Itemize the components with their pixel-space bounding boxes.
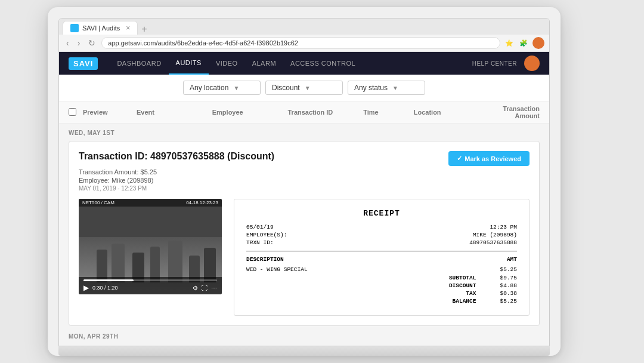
nav-dashboard[interactable]: DASHBOARD (110, 52, 168, 75)
laptop-screen: SAVI | Audits × + ‹ › ↻ ⭐ 🧩 SAVI DASHBOA… (58, 18, 550, 346)
receipt-trxn-row: TRXN ID: 48970537635888 (246, 239, 517, 246)
tab-favicon-icon (70, 24, 79, 32)
second-date-label: MON, APR 29TH (69, 333, 540, 340)
nav-right: HELP CENTER (472, 56, 540, 71)
settings-icon[interactable]: ⚙ (193, 285, 198, 291)
receipt-employee-label: EMPLOYEE(S): (246, 232, 287, 238)
receipt-container: RECEIPT 05/01/19 12:23 PM EMPLOYEE(S): M… (234, 199, 530, 316)
extensions-icon: 🧩 (518, 38, 529, 48)
col-preview: Preview (83, 109, 137, 116)
video-ctrl-left: ▶ 0:30 / 1:20 (83, 284, 118, 292)
address-input[interactable] (101, 37, 500, 49)
fullscreen-icon[interactable]: ⛶ (202, 285, 208, 291)
user-avatar[interactable] (524, 56, 540, 71)
checkmark-icon: ✓ (457, 155, 462, 162)
location-chevron-icon: ▼ (233, 85, 239, 91)
video-progress-bar[interactable] (83, 279, 217, 281)
location-filter[interactable]: Any location ▼ (183, 81, 261, 95)
col-employee: Employee (212, 109, 288, 116)
subtotal-value: $9.75 (500, 275, 517, 281)
col-time: Time (363, 109, 414, 116)
address-bar-row: ‹ › ↻ ⭐ 🧩 (59, 35, 549, 52)
receipt-balance-row: BALANCE $5.25 (246, 298, 517, 304)
nav-video[interactable]: VIDEO (209, 52, 245, 75)
app-navbar: SAVI DASHBOARD AUDITS VIDEO ALARM ACCESS… (59, 52, 549, 75)
video-top-bar: NET500 / CAM 04-18 12:23:23 (79, 199, 222, 207)
location-filter-value: Any location (190, 84, 228, 92)
col-event: Event (137, 109, 212, 116)
nav-audits[interactable]: AUDITS (169, 52, 209, 75)
main-content: WED, MAY 1ST Transaction ID: 48970537635… (59, 124, 549, 346)
receipt-item-desc: WED - WING SPECIAL (246, 266, 308, 273)
event-chevron-icon: ▼ (305, 85, 311, 91)
video-ctrl-right: ⚙ ⛶ ⋯ (193, 285, 217, 291)
audit-date-label: WED, MAY 1ST (69, 130, 540, 136)
mark-reviewed-label: Mark as Reviewed (465, 155, 521, 162)
transaction-amount-meta: Transaction Amount: $5.25 (79, 168, 530, 176)
status-chevron-icon: ▼ (392, 85, 398, 91)
receipt-title: RECEIPT (246, 209, 517, 218)
discount-label: DISCOUNT (449, 282, 476, 289)
video-camera-label: NET500 / CAM (82, 200, 114, 205)
col-location: Location (414, 109, 477, 116)
tab-title: SAVI | Audits (82, 24, 120, 32)
video-time: 0:30 / 1:20 (92, 285, 118, 291)
receipt-employee-value: MIKE (209898) (473, 232, 517, 238)
video-timestamp-label: 04-18 12:23:23 (186, 200, 218, 205)
help-center-link[interactable]: HELP CENTER (472, 60, 517, 67)
bookmark-icon: ⭐ (504, 38, 515, 48)
tax-value: $0.38 (500, 290, 517, 297)
balance-value: $5.25 (500, 298, 517, 304)
receipt-date: 05/01/19 (246, 224, 274, 230)
receipt-discount-row: DISCOUNT $4.88 (246, 282, 517, 289)
receipt-amt-header: AMT (507, 256, 517, 263)
col-amount: Transaction Amount (476, 105, 540, 119)
video-progress-fill (83, 279, 134, 281)
video-player[interactable]: NET500 / CAM 04-18 12:23:23 ▶ (79, 199, 222, 294)
back-button[interactable]: ‹ (64, 37, 72, 49)
receipt-item-0: WED - WING SPECIAL $5.25 (246, 266, 517, 273)
card-body: NET500 / CAM 04-18 12:23:23 ▶ (79, 199, 530, 316)
browser-tab-bar: SAVI | Audits × + (59, 19, 549, 35)
refresh-button[interactable]: ↻ (86, 37, 98, 49)
status-filter-value: Any status (354, 84, 388, 92)
nav-access-control[interactable]: ACCESS CONTROL (283, 52, 363, 75)
card-header: Transaction ID: 48970537635888 (Discount… (79, 151, 530, 166)
video-controls: ▶ 0:30 / 1:20 ⚙ ⛶ ⋯ (79, 277, 222, 294)
receipt-employee-row: EMPLOYEE(S): MIKE (209898) (246, 232, 517, 238)
mark-reviewed-button[interactable]: ✓ Mark as Reviewed (448, 151, 530, 166)
receipt-item-amt: $5.25 (500, 266, 517, 273)
nav-alarm[interactable]: ALARM (245, 52, 283, 75)
transaction-title: Transaction ID: 48970537635888 (Discount… (79, 151, 274, 162)
col-transaction-id: Transaction ID (288, 109, 364, 116)
card-timestamp: MAY 01, 2019 - 12:23 PM (79, 185, 530, 192)
tax-label: TAX (466, 290, 476, 297)
new-tab-button[interactable]: + (138, 24, 150, 35)
play-button[interactable]: ▶ (83, 284, 89, 292)
tab-close-button[interactable]: × (126, 24, 130, 32)
select-all-checkbox[interactable] (69, 108, 76, 116)
balance-label: BALANCE (453, 298, 476, 304)
video-ctrl-row: ▶ 0:30 / 1:20 ⚙ ⛶ ⋯ (83, 284, 217, 292)
event-filter[interactable]: Discount ▼ (265, 81, 343, 95)
savi-logo[interactable]: SAVI (69, 57, 98, 70)
receipt-date-row: 05/01/19 12:23 PM (246, 224, 517, 230)
browser-tab[interactable]: SAVI | Audits × (63, 21, 138, 35)
subtotal-label: SUBTOTAL (449, 275, 476, 281)
employee-meta: Employee: Mike (209898) (79, 177, 530, 184)
receipt-divider-1 (246, 251, 517, 251)
laptop-frame: SAVI | Audits × + ‹ › ↻ ⭐ 🧩 SAVI DASHBOA… (48, 7, 561, 356)
filter-row: Any location ▼ Discount ▼ Any status ▼ (59, 75, 549, 101)
browser-user-avatar[interactable] (532, 37, 544, 49)
receipt-trxn-value: 48970537635888 (469, 239, 517, 246)
receipt-time: 12:23 PM (490, 224, 517, 230)
table-header: Preview Event Employee Transaction ID Ti… (59, 101, 549, 124)
forward-button[interactable]: › (75, 37, 83, 49)
status-filter[interactable]: Any status ▼ (348, 81, 425, 95)
receipt-col-header: DESCRIPTION AMT (246, 256, 517, 263)
more-icon[interactable]: ⋯ (211, 285, 217, 291)
event-filter-value: Discount (272, 84, 300, 92)
laptop-bottom (58, 346, 550, 356)
receipt-desc-header: DESCRIPTION (246, 256, 284, 263)
audit-card: Transaction ID: 48970537635888 (Discount… (69, 141, 540, 326)
